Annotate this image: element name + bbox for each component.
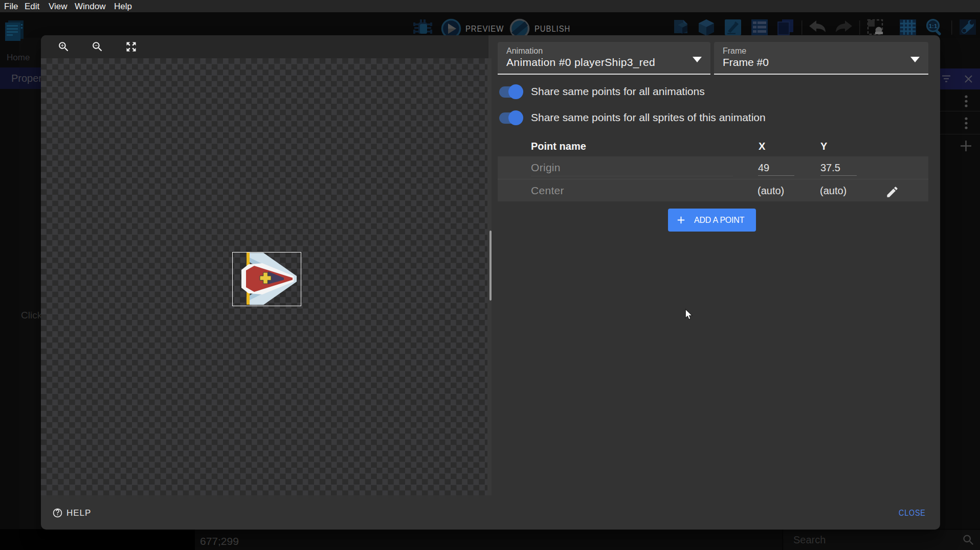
svg-text:1:1: 1:1 — [929, 23, 938, 29]
